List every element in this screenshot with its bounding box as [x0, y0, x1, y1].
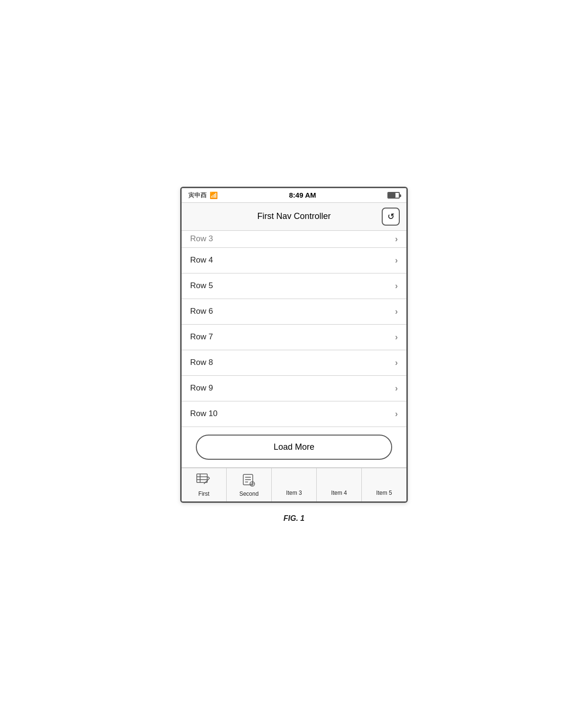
row-chevron-0: ›: [395, 255, 398, 265]
phone-frame: 寅申酉 📶 8:49 AM First Nav Controller ↺ Row…: [180, 187, 408, 503]
second-tab-icon: [241, 473, 257, 489]
tab-item-item3[interactable]: Item 3: [272, 468, 317, 501]
nav-bar: First Nav Controller ↺: [182, 203, 406, 231]
status-bar: 寅申酉 📶 8:49 AM: [182, 188, 406, 203]
partial-row-chevron: ›: [395, 234, 398, 244]
tab-bar: First: [182, 468, 406, 501]
partial-row-label: Row 3: [190, 234, 213, 244]
row-label-6: Row 10: [190, 409, 218, 418]
load-more-button[interactable]: Load More: [196, 435, 392, 460]
row-chevron-6: ›: [395, 409, 398, 419]
battery-icon: [387, 192, 400, 199]
row-chevron-4: ›: [395, 358, 398, 368]
tab-item-item4[interactable]: Item 4: [317, 468, 362, 501]
figure-caption: FIG. 1: [284, 514, 304, 523]
list-row-2[interactable]: Row 6 ›: [182, 299, 406, 325]
list-container: Row 3 › Row 4 › Row 5 › Row 6 › Row 7 › …: [182, 231, 406, 468]
row-label-3: Row 7: [190, 332, 213, 342]
load-more-row: Load More: [182, 427, 406, 468]
status-left: 寅申酉 📶: [188, 191, 218, 200]
list-row-0[interactable]: Row 4 ›: [182, 248, 406, 273]
partial-row[interactable]: Row 3 ›: [182, 231, 406, 248]
nav-title: First Nav Controller: [206, 211, 382, 221]
carrier-text: 寅申酉: [188, 191, 207, 200]
battery-fill: [388, 193, 395, 198]
row-label-5: Row 9: [190, 383, 213, 393]
tab-label-first: First: [198, 491, 209, 497]
list-row-4[interactable]: Row 8 ›: [182, 350, 406, 376]
refresh-icon: ↺: [387, 211, 395, 222]
tab-label-item4: Item 4: [331, 490, 347, 496]
tab-label-item5: Item 5: [376, 490, 392, 496]
wifi-icon: 📶: [210, 191, 218, 199]
list-row-3[interactable]: Row 7 ›: [182, 325, 406, 350]
page-wrapper: 寅申酉 📶 8:49 AM First Nav Controller ↺ Row…: [180, 187, 408, 523]
tab-item-second[interactable]: Second: [227, 468, 272, 501]
row-label-1: Row 5: [190, 281, 213, 291]
row-chevron-1: ›: [395, 281, 398, 291]
tab-label-item3: Item 3: [286, 490, 302, 496]
list-row-5[interactable]: Row 9 ›: [182, 376, 406, 401]
status-time: 8:49 AM: [218, 191, 387, 199]
row-label-2: Row 6: [190, 307, 213, 316]
row-chevron-3: ›: [395, 332, 398, 342]
list-row-6[interactable]: Row 10 ›: [182, 401, 406, 427]
refresh-button[interactable]: ↺: [382, 208, 400, 226]
svg-line-5: [204, 483, 205, 484]
row-label-4: Row 8: [190, 358, 213, 367]
row-chevron-2: ›: [395, 307, 398, 317]
tab-item-first[interactable]: First: [182, 468, 227, 501]
svg-rect-0: [197, 474, 207, 482]
row-label-0: Row 4: [190, 255, 213, 265]
status-right: [387, 192, 400, 199]
tab-item-item5[interactable]: Item 5: [362, 468, 406, 501]
tab-label-second: Second: [239, 491, 259, 497]
row-chevron-5: ›: [395, 383, 398, 393]
list-row-1[interactable]: Row 5 ›: [182, 273, 406, 299]
first-tab-icon: [196, 473, 211, 489]
